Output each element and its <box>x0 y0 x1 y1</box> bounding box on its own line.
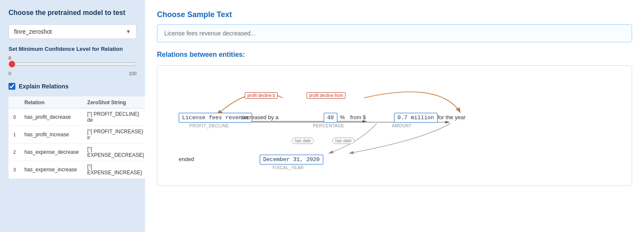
viz-area: profit decline b profit decline from Lic… <box>157 65 632 186</box>
sidebar: Choose the pretrained model to test finr… <box>0 0 145 232</box>
row-relation-3: has_expense_increase <box>20 161 83 178</box>
col-relation: Relation <box>20 97 83 108</box>
confidence-label: Set Minimum Confidence Level for Relatio… <box>9 46 136 52</box>
row-zeroshot-3: ["{ EXPENSE_INCREASE} <box>83 161 149 178</box>
row-zeroshot-1: ["{ PROFIT_INCREASE} ir <box>83 126 149 143</box>
row-relation-0: has_profit_decrease <box>20 108 83 126</box>
relations-table: Relation ZeroShot String 0 has_profit_de… <box>9 97 149 179</box>
row-relation-1: has_profit_increase <box>20 126 83 143</box>
model-select[interactable]: finre_zeroshot finre_full finre_small <box>14 28 126 35</box>
viz-container: profit decline b profit decline from Lic… <box>166 74 623 177</box>
entity-40: 40 <box>324 113 337 123</box>
slider-labels: 0 100 <box>9 71 136 76</box>
explain-section: Explain Relations <box>9 83 136 90</box>
slider-max: 100 <box>129 71 136 76</box>
text-ended: ended <box>179 156 194 162</box>
row-idx-1: 1 <box>9 126 20 143</box>
text-decreased: decreased by a <box>241 114 278 120</box>
table-row: 1 has_profit_increase ["{ PROFIT_INCREAS… <box>9 126 149 143</box>
slider-min: 0 <box>9 71 11 76</box>
table-row: 2 has_expense_decrease ["{ EXPENSE_DECRE… <box>9 143 149 161</box>
model-select-wrapper[interactable]: finre_zeroshot finre_full finre_small ▼ <box>9 24 136 39</box>
sample-text-box: License fees revenue decreased... <box>157 24 632 42</box>
text-for-the-year: for the year <box>438 114 466 120</box>
row-idx-0: 0 <box>9 108 20 126</box>
text-from: from $ <box>350 114 366 120</box>
explain-label: Explain Relations <box>19 83 69 90</box>
confidence-value-display: 0 <box>9 56 136 61</box>
confidence-section: Set Minimum Confidence Level for Relatio… <box>9 46 136 76</box>
slider-wrapper: 0 <box>9 56 136 69</box>
has-date-label-2: has date <box>332 138 354 144</box>
chevron-down-icon: ▼ <box>126 29 131 35</box>
explain-checkbox[interactable] <box>9 83 15 90</box>
label-profit-decline-f: profit decline from <box>307 92 345 99</box>
text-percent: % <box>340 114 345 120</box>
entity-07m: 0.7 million <box>394 113 438 123</box>
table-row: 0 has_profit_decrease ["{ PROFIT_DECLINE… <box>9 108 149 126</box>
col-idx <box>9 97 20 108</box>
row-zeroshot-2: ["{ EXPENSE_DECREASE} <box>83 143 149 161</box>
table-row: 3 has_expense_increase ["{ EXPENSE_INCRE… <box>9 161 149 178</box>
row-idx-2: 2 <box>9 143 20 161</box>
col-zeroshot: ZeroShot String <box>83 97 149 108</box>
label-profit-decline: PROFIT_DECLINE <box>189 123 229 128</box>
label-amount: AMOUNT <box>392 123 412 128</box>
sidebar-title: Choose the pretrained model to test <box>9 9 136 18</box>
row-relation-2: has_expense_decrease <box>20 143 83 161</box>
sample-text: License fees revenue decreased... <box>164 30 255 37</box>
label-profit-decline-b: profit decline b <box>245 92 278 99</box>
confidence-slider[interactable] <box>9 61 136 68</box>
relations-title: Relations between entities: <box>157 51 632 59</box>
row-idx-3: 3 <box>9 161 20 178</box>
row-zeroshot-0: ["{ PROFIT_DECLINE} de <box>83 108 149 126</box>
main-content: Choose Sample Text License fees revenue … <box>145 0 644 232</box>
entity-date: December 31, 2020 <box>260 155 323 164</box>
label-fiscal-year: FISCAL_YEAR <box>273 165 304 170</box>
has-date-label-1: has date <box>292 138 314 144</box>
label-percentage: PERCENTAGE <box>313 123 344 128</box>
main-title: Choose Sample Text <box>157 10 632 19</box>
